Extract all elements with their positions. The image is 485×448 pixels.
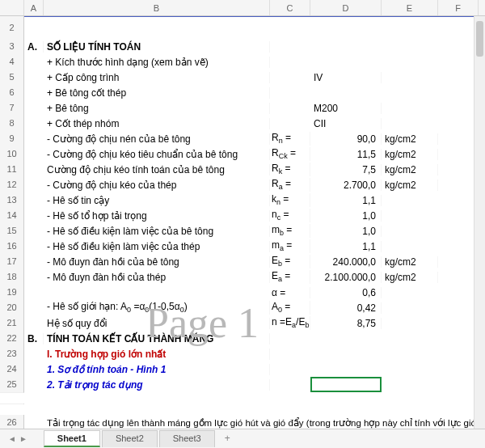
cell[interactable]: 2.100.000,0 [310, 272, 382, 283]
cell[interactable]: RCk = [270, 147, 310, 160]
col-header-A[interactable]: A [24, 0, 44, 15]
cell[interactable]: 1,1 [310, 241, 382, 252]
tab-prev-icon[interactable]: ◄ [8, 434, 16, 443]
tab-nav-arrows[interactable]: ◄ ► [8, 434, 27, 443]
row-header[interactable]: 15 [0, 223, 24, 239]
cell[interactable]: + Bê tông cốt thép [44, 87, 270, 99]
col-header-D[interactable]: D [310, 0, 382, 15]
cell[interactable]: kg/cm2 [382, 256, 438, 268]
cell[interactable]: 90,0 [310, 133, 382, 145]
sheet-tab-sheet1[interactable]: Sheet1 [44, 430, 100, 447]
cell[interactable]: 1,0 [310, 226, 382, 237]
cell[interactable]: - Mô đuyn đàn hồi của thép [44, 272, 270, 283]
cell[interactable]: - Hê số tổ hợp tải trọng [44, 210, 270, 222]
row-header[interactable]: 18 [0, 269, 24, 285]
col-header-E[interactable]: E [382, 0, 438, 15]
cell[interactable]: 0,42 [310, 302, 382, 314]
row-header[interactable] [0, 404, 24, 404]
row-header[interactable]: 22 [0, 331, 24, 347]
grid-area[interactable]: Page 1 23A.SỐ LIỆU TÍNH TOÁN4+ Kích thướ… [0, 16, 485, 429]
row-header[interactable]: 13 [0, 192, 24, 209]
cell[interactable]: kg/cm2 [382, 149, 438, 160]
cell[interactable]: + Cấp công trình [44, 72, 270, 83]
cell[interactable]: 8,75 [310, 318, 382, 329]
row-header[interactable]: 17 [0, 254, 24, 270]
cell[interactable]: kg/cm2 [382, 133, 438, 145]
cell[interactable]: I. Trường hợp gió lớn nhất [44, 349, 270, 360]
cell[interactable]: 1. Sơ đồ tính toán - Hình 1 [44, 364, 270, 375]
cell[interactable]: TÍNH TOÁN KẾT CẤU THÀNH MÁNG [44, 333, 270, 344]
cell[interactable]: Hệ số quy đổi [44, 318, 270, 329]
cell[interactable]: A. [24, 41, 44, 53]
cell[interactable]: 0,6 [310, 287, 382, 298]
cell[interactable]: CII [310, 118, 382, 129]
col-header-F[interactable]: F [438, 0, 479, 15]
cell[interactable]: - Cường độ chịu kéo tiêu chuẩn của bê tô… [44, 149, 270, 160]
row-header[interactable]: 6 [0, 85, 24, 101]
sheet-tab-sheet2[interactable]: Sheet2 [102, 430, 158, 447]
row-header[interactable]: 3 [0, 39, 24, 55]
row-header[interactable]: 20 [0, 300, 24, 316]
cell[interactable]: + Bê tông [44, 103, 270, 114]
row-header[interactable]: 24 [0, 361, 24, 378]
row-header[interactable]: 9 [0, 131, 24, 147]
row-header[interactable]: 16 [0, 239, 24, 255]
row-header[interactable]: 5 [0, 70, 24, 86]
row-header[interactable]: 11 [0, 162, 24, 178]
cell[interactable]: A0 = [270, 301, 310, 314]
cell[interactable]: Cường độ chịu kéo tính toán của bê tông [44, 164, 270, 175]
cell[interactable]: 2. Tải trọng tác dụng [44, 379, 270, 391]
scrollbar-thumb[interactable] [476, 21, 483, 57]
cell[interactable]: 1,1 [310, 195, 382, 206]
cell[interactable]: SỐ LIỆU TÍNH TOÁN [44, 41, 270, 53]
cell[interactable]: Rk = [270, 163, 310, 175]
add-sheet-button[interactable]: + [217, 430, 238, 447]
row-header[interactable]: 23 [0, 346, 24, 362]
cell[interactable]: + Cốt thép nhóm [44, 118, 270, 129]
row-header[interactable]: 12 [0, 177, 24, 193]
cell[interactable]: - Cường độ chịu nén của bê tông [44, 133, 270, 145]
row-header[interactable]: 25 [0, 377, 24, 393]
cell[interactable]: - Mô đuyn đàn hồi của bê tông [44, 256, 270, 268]
row-header[interactable]: 4 [0, 54, 24, 70]
cell[interactable]: M200 [310, 103, 382, 114]
cell[interactable]: 7,5 [310, 164, 382, 175]
row-header[interactable]: 26 [0, 415, 24, 429]
cell[interactable]: α = [270, 287, 310, 298]
cell[interactable]: kg/cm2 [382, 164, 438, 175]
row-header[interactable]: 19 [0, 285, 24, 301]
cell[interactable]: Ra = [270, 178, 310, 191]
cell[interactable]: + Kích thước hình dạng (xem bản vẽ) [44, 57, 270, 68]
cell[interactable]: 11,5 [310, 149, 382, 160]
cell[interactable]: nc = [270, 209, 310, 222]
row-header[interactable]: 8 [0, 116, 24, 132]
col-header-C[interactable]: C [270, 0, 310, 15]
cell[interactable]: IV [310, 72, 382, 83]
cell[interactable]: 240.000,0 [310, 256, 382, 268]
cell[interactable]: - Hê số điều kiện làm việc của bê tông [44, 226, 270, 237]
row-header[interactable]: 14 [0, 208, 24, 224]
cell[interactable]: - Hê số điều kiện làm việc của thép [44, 241, 270, 252]
cell[interactable]: n =Ea/Eb [270, 316, 310, 329]
row-header[interactable]: 21 [0, 315, 24, 332]
cell[interactable]: Eb = [270, 255, 310, 268]
tab-next-icon[interactable]: ► [19, 434, 27, 443]
row-header[interactable]: 7 [0, 100, 24, 116]
cell[interactable]: - Cường độ chịu kéo của thép [44, 180, 270, 191]
cell[interactable]: Rn = [270, 132, 310, 145]
corner-cell[interactable] [0, 0, 24, 15]
cell[interactable]: ma = [270, 239, 310, 252]
vertical-scrollbar[interactable] [474, 16, 485, 429]
cell[interactable]: 2.700,0 [310, 180, 382, 191]
row-header[interactable]: 2 [0, 16, 24, 40]
cell[interactable]: Tải trọng tác dụng lên thành máng gồm lự… [24, 417, 477, 429]
cell[interactable]: - Hê số tin cậy [44, 195, 270, 206]
cell[interactable]: kg/cm2 [382, 180, 438, 191]
cell[interactable]: B. [24, 333, 44, 344]
cell[interactable]: kn = [270, 193, 310, 206]
cell[interactable]: mb = [270, 224, 310, 237]
cell[interactable]: kg/cm2 [382, 272, 438, 283]
row-header[interactable]: 10 [0, 146, 24, 163]
cell[interactable]: 1,0 [310, 210, 382, 222]
cell[interactable]: Ea = [270, 270, 310, 283]
